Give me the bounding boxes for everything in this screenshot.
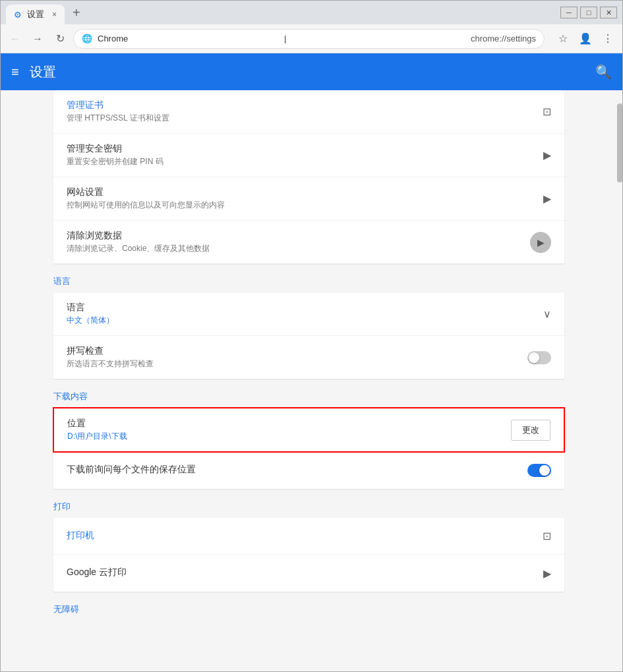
spellcheck-item-content: 拼写检查 所选语言不支持拼写检查 [67,345,527,370]
security-card: 管理证书 管理 HTTPS/SSL 证书和设置 ⊡ 管理安全密钥 重置安全密钥并… [53,90,564,264]
printer-item-content: 打印机 [67,530,543,543]
star-icon: ☆ [558,32,568,45]
download-location-item: 位置 D:\用户目录\下载 更改 [53,407,565,453]
site-name: Chrome [98,34,279,43]
active-tab[interactable]: ⚙ 设置 × [6,5,65,24]
location-item-content: 位置 D:\用户目录\下载 [67,418,511,442]
tab-close-button[interactable]: × [52,10,57,19]
spellcheck-subtitle: 所选语言不支持拼写检查 [67,358,527,370]
language-subtitle: 中文（简体） [67,315,543,326]
hamburger-menu-button[interactable]: ≡ [11,65,19,80]
seckey-subtitle: 重置安全密钥并创建 PIN 码 [67,156,543,167]
chevron-down-icon[interactable]: ∨ [543,308,551,320]
arrow-right-icon[interactable]: ▶ [543,192,551,205]
profile-button[interactable]: 👤 [576,30,595,48]
list-item: 管理安全密钥 重置安全密钥并创建 PIN 码 ▶ [53,134,564,177]
language-item-content: 语言 中文（简体） [67,302,543,326]
app-title: 设置 [30,63,56,81]
window-controls: ─ □ ✕ [560,7,617,18]
bookmark-button[interactable]: ☆ [554,30,572,48]
settings-section: 管理证书 管理 HTTPS/SSL 证书和设置 ⊡ 管理安全密钥 重置安全密钥并… [1,90,617,621]
location-title: 位置 [67,418,511,430]
menu-button[interactable]: ⋮ [599,30,617,48]
main-content: 管理证书 管理 HTTPS/SSL 证书和设置 ⊡ 管理安全密钥 重置安全密钥并… [1,90,617,671]
siteconfig-subtitle: 控制网站可使用的信息以及可向您显示的内容 [67,200,543,211]
app-header: ≡ 设置 🔍 [1,53,622,90]
siteconfig-item-content: 网站设置 控制网站可使用的信息以及可向您显示的内容 [67,186,543,211]
search-button[interactable]: 🔍 [595,64,612,80]
toggle-thumb [529,352,539,363]
maximize-button[interactable]: □ [580,7,597,18]
change-location-button[interactable]: 更改 [511,420,550,441]
cleardata-title: 清除浏览数据 [67,230,530,242]
tab-favicon: ⚙ [14,10,22,20]
cleardata-subtitle: 清除浏览记录、Cookie、缓存及其他数据 [67,243,530,254]
toggle-thumb [539,465,550,476]
list-item: 网站设置 控制网站可使用的信息以及可向您显示的内容 ▶ [53,177,564,221]
external-link-icon[interactable]: ⊡ [543,105,551,118]
minimize-button[interactable]: ─ [560,7,578,18]
list-item: 管理证书 管理 HTTPS/SSL 证书和设置 ⊡ [53,90,564,134]
address-input[interactable]: 🌐 Chrome | chrome://settings [73,29,545,49]
location-subtitle: D:\用户目录\下载 [67,431,511,442]
cert-title: 管理证书 [67,99,543,111]
spellcheck-toggle[interactable] [527,351,551,364]
ask-save-toggle[interactable] [527,464,551,477]
toolbar-right: ☆ 👤 ⋮ [554,30,617,48]
scrollbar[interactable] [617,90,622,671]
back-icon: ← [10,33,20,45]
profile-icon: 👤 [579,32,592,45]
forward-button[interactable]: → [28,30,47,48]
content-area: 管理证书 管理 HTTPS/SSL 证书和设置 ⊡ 管理安全密钥 重置安全密钥并… [1,90,622,671]
new-tab-button[interactable]: + [70,3,83,23]
external-link-icon[interactable]: ⊡ [543,530,551,542]
scrollbar-thumb[interactable] [617,103,622,182]
list-item: 语言 中文（简体） ∨ [53,293,564,336]
url-text: chrome://settings [471,34,536,43]
list-item: 下载前询问每个文件的保存位置 [53,452,564,489]
download-section-label: 下载内容 [53,380,564,408]
refresh-button[interactable]: ↻ [51,30,69,48]
list-item: 清除浏览数据 清除浏览记录、Cookie、缓存及其他数据 ▶ [53,221,564,264]
title-bar: ⚙ 设置 × + ─ □ ✕ [1,1,622,24]
arrow-right-icon[interactable]: ▶ [543,567,551,580]
arrow-right-icon[interactable]: ▶ [543,149,551,161]
back-button[interactable]: ← [6,30,24,48]
tab-title: 设置 [27,9,44,20]
siteconfig-title: 网站设置 [67,186,543,198]
cert-subtitle: 管理 HTTPS/SSL 证书和设置 [67,113,543,124]
ask-save-title: 下载前询问每个文件的保存位置 [67,464,527,476]
language-title: 语言 [67,302,543,314]
language-section-label: 语言 [53,265,564,293]
address-bar: ← → ↻ 🌐 Chrome | chrome://settings ☆ 👤 ⋮ [1,24,622,53]
print-card: 打印机 ⊡ Google 云打印 ▶ [53,518,564,592]
cleardata-item-content: 清除浏览数据 清除浏览记录、Cookie、缓存及其他数据 [67,230,530,254]
printer-title: 打印机 [67,530,543,542]
cert-item-content: 管理证书 管理 HTTPS/SSL 证书和设置 [67,99,543,124]
refresh-icon: ↻ [56,32,65,45]
seckey-title: 管理安全密钥 [67,143,543,155]
list-item: 打印机 ⊡ [53,518,564,555]
site-favicon: 🌐 [82,34,92,43]
close-button[interactable]: ✕ [600,7,617,18]
seckey-item-content: 管理安全密钥 重置安全密钥并创建 PIN 码 [67,143,543,167]
print-section-label: 打印 [53,490,564,518]
cloudprint-item-content: Google 云打印 [67,567,543,580]
browser-window: ⚙ 设置 × + ─ □ ✕ ← → ↻ 🌐 Chrome | chrome:/… [0,0,623,672]
cloudprint-title: Google 云打印 [67,567,543,578]
spellcheck-title: 拼写检查 [67,345,527,357]
language-card: 语言 中文（简体） ∨ 拼写检查 所选语言不支持拼写检查 [53,293,564,379]
list-item: Google 云打印 ▶ [53,555,564,592]
cleardata-button[interactable]: ▶ [530,232,551,253]
menu-icon: ⋮ [603,32,613,45]
accessibility-section-label: 无障碍 [53,593,564,621]
list-item: 拼写检查 所选语言不支持拼写检查 [53,336,564,379]
download-card: 位置 D:\用户目录\下载 更改 下载前询问每个文件的保存位置 [53,407,564,489]
forward-icon: → [32,33,43,45]
ask-save-item-content: 下载前询问每个文件的保存位置 [67,464,527,477]
